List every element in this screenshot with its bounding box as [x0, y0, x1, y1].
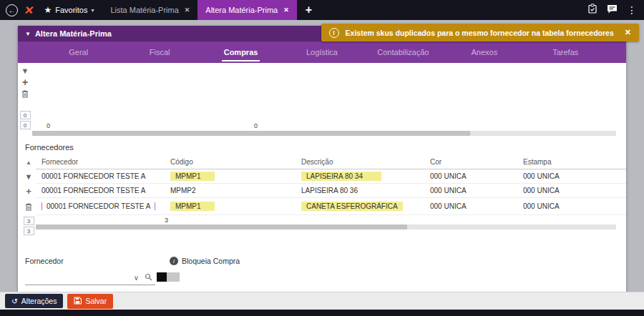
upper-grid-body: 0 0	[32, 63, 626, 137]
tab-fiscal[interactable]: Fiscal	[119, 41, 200, 63]
bloqueia-label-text: Bloqueia Compra	[182, 257, 240, 265]
panel-title: Altera Matéria-Prima	[35, 29, 112, 38]
grid-footer-value: 0	[254, 122, 258, 129]
tab-label: Compras	[222, 44, 260, 61]
duplicate-highlight: MPMP1	[170, 202, 215, 211]
table-row[interactable]: 00001 FORNECEDOR TESTE A MPMP1 LAPISEIRA…	[36, 169, 626, 184]
action-bar: ↺ Alterações Salvar	[0, 292, 644, 310]
search-icon[interactable]	[145, 273, 152, 282]
grid-delete-row-icon[interactable]	[21, 88, 29, 99]
table-header-row: Fornecedor Código Descrição Cor Estampa	[36, 155, 626, 169]
cell-estampa[interactable]: 000 UNICA	[517, 202, 626, 210]
grid-dropdown-icon[interactable]: ▼	[25, 169, 33, 184]
alteracoes-label: Alterações	[21, 297, 57, 305]
grid-dropdown-icon[interactable]: ▼	[21, 65, 29, 76]
cell-fornecedor[interactable]: 00001 FORNECEDOR TESTE A	[36, 187, 165, 194]
tab-label: Geral	[69, 48, 88, 56]
tab-anexos[interactable]: Anexos	[444, 41, 525, 63]
cell-codigo[interactable]: MPMP1	[165, 172, 296, 181]
bloqueia-compra-label: i Bloqueia Compra	[170, 257, 240, 265]
favorites-menu[interactable]: ★ Favoritos ▾	[44, 5, 94, 15]
scrollbar-thumb[interactable]	[36, 224, 407, 229]
horizontal-scrollbar[interactable]	[32, 131, 616, 136]
scrollbar-thumb[interactable]	[32, 131, 470, 136]
cell-codigo[interactable]: MPMP1	[165, 202, 296, 211]
grid-delete-row-icon[interactable]	[25, 198, 32, 215]
toast-notification: ! Existem skus duplicados para o mesmo f…	[321, 24, 639, 41]
collapse-caret-icon: ▼	[25, 31, 31, 37]
tab-label: Anexos	[471, 48, 497, 56]
tab-tarefas[interactable]: Tarefas	[525, 41, 606, 63]
tab-geral[interactable]: Geral	[38, 41, 119, 63]
upper-grid: ▼ + 0 0 0 0	[18, 63, 626, 137]
chevron-down-icon[interactable]: ∨	[134, 274, 139, 282]
close-icon[interactable]: ✕	[185, 6, 190, 14]
column-header[interactable]: Descrição	[296, 158, 424, 166]
add-tab-button[interactable]: +	[306, 4, 312, 16]
grid-add-row-icon[interactable]: +	[26, 184, 31, 198]
upper-grid-toolbar: ▼ + 0 0	[18, 63, 32, 137]
duplicate-highlight: LAPISEIRA 80 34	[301, 172, 381, 181]
fornecedores-toolbar: ▲ ▼ + 3 3	[21, 155, 36, 235]
row-number-cell: 3	[24, 227, 34, 235]
column-header[interactable]: Cor	[424, 158, 517, 166]
fornecedores-section-title: Fornecedores	[18, 137, 626, 155]
cell-cor[interactable]: 000 UNICA	[424, 187, 517, 194]
tasks-icon[interactable]	[587, 4, 597, 16]
row-number-cell: 3	[24, 217, 34, 225]
save-label: Salvar	[85, 297, 107, 305]
top-bar: ← ✕ ★ Favoritos ▾ Lista Matéria-Prima ✕ …	[0, 0, 644, 20]
bottom-strip	[0, 310, 644, 316]
more-options-icon[interactable]: ⋮	[627, 4, 637, 16]
altera-materia-prima-panel: ▼ Altera Matéria-Prima Geral Fiscal Comp…	[18, 26, 626, 292]
info-icon: i	[170, 257, 178, 265]
favorites-label: Favoritos	[55, 6, 87, 14]
fornecedor-combo-input[interactable]: ∨	[25, 271, 155, 285]
table-footer-value: 3	[165, 217, 168, 224]
close-icon[interactable]: ✕	[283, 6, 289, 14]
grid-add-row-icon[interactable]: +	[22, 76, 28, 88]
column-header[interactable]: Fornecedor	[36, 158, 165, 166]
cell-cor[interactable]: 000 UNICA	[424, 172, 517, 180]
table-row[interactable]: 00001 FORNECEDOR TESTE A MPMP2 LAPISEIRA…	[36, 184, 626, 198]
column-header[interactable]: Estampa	[517, 158, 626, 166]
column-header[interactable]: Código	[165, 158, 296, 166]
toast-close-icon[interactable]: ✕	[625, 28, 631, 37]
cell-estampa[interactable]: 000 UNICA	[517, 172, 626, 180]
detail-form: Fornecedor i Bloqueia Compra ∨	[18, 238, 626, 294]
toast-message: Existem skus duplicados para o mesmo for…	[346, 29, 614, 37]
tab-label: Contabilização	[377, 48, 429, 56]
cell-fornecedor[interactable]: 00001 FORNECEDOR TESTE A	[36, 172, 165, 180]
horizontal-scrollbar[interactable]	[36, 224, 616, 229]
alteracoes-button[interactable]: ↺ Alterações	[5, 294, 63, 308]
star-icon: ★	[44, 5, 52, 15]
fornecedor-edit-field[interactable]: 00001 FORNECEDOR TESTE A	[42, 202, 155, 210]
warning-icon: !	[329, 28, 339, 38]
fornecedores-table: ▲ ▼ + 3 3 Fornecedor Código Descrição Co…	[18, 155, 626, 235]
chat-icon[interactable]	[607, 4, 618, 16]
tab-altera-materia-prima[interactable]: Altera Matéria-Prima ✕	[197, 0, 296, 20]
tab-compras[interactable]: Compras	[200, 41, 281, 63]
tab-lista-materia-prima[interactable]: Lista Matéria-Prima ✕	[102, 0, 197, 20]
cell-descricao[interactable]: LAPISEIRA 80 36	[296, 187, 424, 194]
topbar-actions: ⋮	[587, 4, 637, 16]
fornecedor-field-label: Fornecedor	[25, 257, 64, 265]
cell-fornecedor-editing[interactable]: 00001 FORNECEDOR TESTE A	[36, 202, 165, 210]
tab-label: Fiscal	[150, 48, 170, 56]
save-button[interactable]: Salvar	[67, 294, 113, 309]
table-row[interactable]: 00001 FORNECEDOR TESTE A MPMP1 CANETA ES…	[36, 198, 626, 215]
cell-cor[interactable]: 000 UNICA	[424, 202, 517, 210]
cell-codigo[interactable]: MPMP2	[165, 187, 296, 194]
sort-up-icon[interactable]: ▲	[26, 155, 31, 169]
cell-descricao[interactable]: CANETA ESFEROGRÁFICA	[296, 202, 424, 211]
bloqueia-compra-toggle[interactable]	[157, 272, 180, 282]
grid-footer-value: 0	[47, 122, 50, 129]
fornecedores-grid: Fornecedor Código Descrição Cor Estampa …	[36, 155, 626, 235]
cell-descricao[interactable]: LAPISEIRA 80 34	[296, 172, 424, 181]
app-logo-icon[interactable]: ✕	[23, 4, 35, 17]
tab-contabilizacao[interactable]: Contabilização	[363, 41, 444, 63]
back-icon[interactable]: ←	[6, 4, 18, 16]
toggle-knob[interactable]	[157, 272, 167, 282]
tab-logistica[interactable]: Logística	[281, 41, 362, 63]
cell-estampa[interactable]: 000 UNICA	[517, 187, 626, 194]
